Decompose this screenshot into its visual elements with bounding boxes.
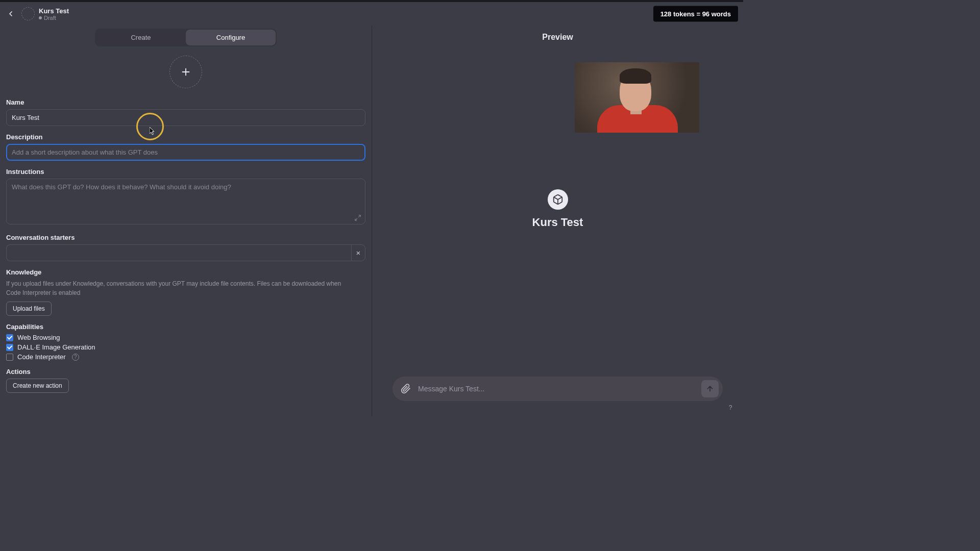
- app-header: Kurs Test Draft 128 tokens = 96 words: [0, 2, 743, 26]
- cap-dalle-label: DALL·E Image Generation: [17, 343, 95, 351]
- cap-web-label: Web Browsing: [17, 334, 60, 341]
- name-input[interactable]: [6, 109, 365, 126]
- token-counter-badge: 128 tokens = 96 words: [653, 6, 738, 22]
- help-button[interactable]: ?: [726, 403, 735, 412]
- conversation-starter-input[interactable]: [6, 244, 351, 261]
- capabilities-label: Capabilities: [6, 323, 365, 331]
- info-icon[interactable]: ?: [72, 354, 79, 361]
- webcam-overlay: [575, 62, 699, 133]
- svg-line-2: [358, 215, 360, 217]
- back-button[interactable]: [4, 7, 17, 20]
- preview-gpt-name: Kurs Test: [532, 216, 583, 229]
- checkbox-code-interpreter[interactable]: [6, 354, 13, 361]
- conversation-starters-label: Conversation starters: [6, 234, 365, 241]
- gpt-status: Draft: [39, 15, 69, 21]
- description-label: Description: [6, 133, 365, 141]
- create-new-action-button[interactable]: Create new action: [6, 379, 69, 393]
- checkbox-web-browsing[interactable]: [6, 334, 13, 341]
- actions-label: Actions: [6, 368, 365, 375]
- tab-create[interactable]: Create: [96, 30, 186, 45]
- knowledge-helper-text: If you upload files under Knowledge, con…: [6, 279, 353, 297]
- gpt-avatar-placeholder: [21, 7, 35, 20]
- tab-configure[interactable]: Configure: [186, 30, 276, 45]
- preview-gpt-icon: [548, 189, 568, 210]
- instructions-textarea[interactable]: [6, 179, 365, 224]
- name-label: Name: [6, 98, 365, 106]
- attach-button[interactable]: [400, 383, 412, 395]
- preview-message-input[interactable]: [418, 385, 695, 393]
- svg-line-3: [355, 218, 357, 220]
- send-button[interactable]: [701, 380, 719, 397]
- gpt-title: Kurs Test: [39, 7, 69, 15]
- cap-code-label: Code Interpreter: [17, 353, 66, 361]
- preview-message-bar: [393, 377, 723, 401]
- knowledge-label: Knowledge: [6, 268, 365, 276]
- remove-starter-button[interactable]: ×: [351, 244, 365, 261]
- add-avatar-button[interactable]: [169, 56, 202, 88]
- description-input[interactable]: [6, 144, 365, 161]
- upload-files-button[interactable]: Upload files: [6, 302, 52, 316]
- expand-icon[interactable]: [354, 214, 361, 223]
- preview-panel: Preview Kurs Test ?: [372, 26, 743, 416]
- instructions-label: Instructions: [6, 168, 365, 176]
- configure-panel: Create Configure Name Description Instru…: [0, 26, 372, 416]
- preview-title: Preview: [372, 33, 743, 42]
- checkbox-dalle[interactable]: [6, 344, 13, 351]
- mode-tabs: Create Configure: [95, 29, 277, 46]
